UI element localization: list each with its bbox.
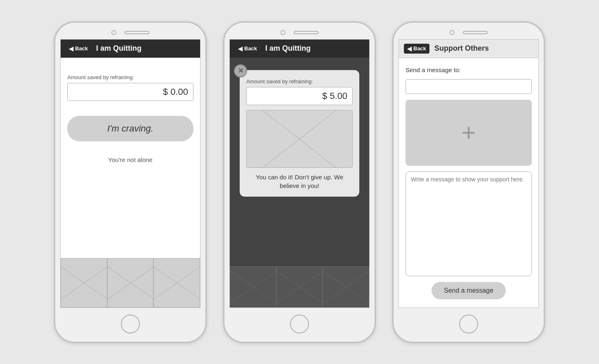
phone-2-home-button[interactable] [290,315,309,333]
phone-2-modal-close[interactable]: ✕ [234,64,247,77]
phone-2-frame: ◀ Back I am Quitting ✕ Amount saved b [223,21,376,343]
phone-1-navbar: ◀ Back I am Quitting [61,40,200,58]
phone-3-content: Send a message to: + Send a message [399,58,538,308]
phone-2-wireframe-cell-1 [230,266,276,308]
phone-2-modal-card: ✕ Amount saved by refraining: $ 5.00 [240,70,359,197]
phone-1-title: I am Quitting [96,44,141,53]
phone-3-bottom [394,308,544,342]
phone-1-back-arrow: ◀ [69,45,73,52]
phone-3-back-button[interactable]: ◀ Back [404,44,429,54]
phone-2-navbar: ◀ Back I am Quitting [230,40,369,58]
phone-2-back-label: Back [244,45,257,52]
phone-2-bg: ✕ Amount saved by refraining: $ 5.00 [230,58,369,308]
phone-1-back-label: Back [75,45,88,52]
phone-3-screen: ◀ Back Support Others Send a message to:… [399,39,539,308]
phone-2-back-arrow: ◀ [238,45,243,52]
phone-2-screen: ◀ Back I am Quitting ✕ Amount saved b [229,39,370,308]
phone-1-wireframe-cell-2 [107,258,154,308]
phone-1-top [55,23,205,39]
phone-3-back-label: Back [413,45,426,52]
phone-3-speaker [463,31,488,34]
phone-1-bottom [55,308,205,342]
phone-1-craving-button[interactable]: I'm craving. [67,116,193,141]
phone-3-back-arrow: ◀ [407,45,412,52]
phone-2-close-x: ✕ [238,67,243,75]
phone-3-navbar: ◀ Back Support Others [399,40,538,58]
phone-1-screen: ◀ Back I am Quitting Amount saved by ref… [60,39,200,308]
phone-1-amount-section: Amount saved by refraining: $ 0.00 [67,74,193,101]
phone-1-wireframe-cell-1 [61,258,107,308]
phone-1-back-button[interactable]: ◀ Back [66,44,91,54]
phone-3-home-button[interactable] [459,315,478,333]
phone-3-image-add-box[interactable]: + [406,100,532,166]
phone-3-frame: ◀ Back Support Others Send a message to:… [392,21,545,343]
phone-3-send-label: Send a message to: [406,66,532,73]
phone-3-plus-icon: + [461,120,476,145]
phone-2-wireframe-cell-3 [323,266,369,308]
phone-3-send-button[interactable]: Send a message [432,282,506,299]
phone-1-amount-label: Amount saved by refraining: [67,74,193,80]
phone-1-content: Amount saved by refraining: $ 0.00 I'm c… [61,58,200,258]
phone-2-camera [281,30,285,35]
phone-2-bottom [224,308,375,342]
phone-1: ◀ Back I am Quitting Amount saved by ref… [54,21,207,343]
phone-3-message-textarea[interactable] [406,171,532,276]
phone-3-send-input[interactable] [406,79,532,94]
phone-3-title: Support Others [434,44,489,53]
phone-1-amount-input[interactable]: $ 0.00 [67,83,193,101]
phone-2-wireframe-cell-2 [276,266,323,308]
phone-1-speaker [125,31,149,34]
phone-1-wireframe-cell-3 [153,258,200,308]
phone-2-modal-amount-label: Amount saved by refraining: [246,78,353,85]
phone-2-title: I am Quitting [265,44,311,53]
phone-2-image-placeholder [246,110,353,168]
phone-2-speaker [294,31,318,34]
phone-1-camera [111,30,116,35]
phone-2-modal-amount-value: $ 5.00 [322,91,347,101]
phone-2-wireframe-grid [230,266,369,308]
phone-2-modal-message: You can do it! Don't give up. We believe… [246,173,353,190]
phone-3: ◀ Back Support Others Send a message to:… [392,21,545,343]
phone-1-amount-value: $ 0.00 [163,87,188,97]
phone-2: ◀ Back I am Quitting ✕ Amount saved b [223,21,376,343]
phone-2-back-button[interactable]: ◀ Back [235,44,260,54]
phone-1-not-alone: You're not alone [67,156,193,163]
phone-1-wireframe-grid [61,258,200,308]
phone-3-top [394,23,544,39]
phone-2-bottom-area [230,266,369,308]
phone-1-home-button[interactable] [121,315,140,333]
phone-2-modal-amount-input[interactable]: $ 5.00 [246,87,353,105]
phone-3-camera [450,30,455,35]
phone-2-top [224,23,375,39]
phone-2-modal-amount-section: Amount saved by refraining: $ 5.00 [246,78,353,105]
phone-1-frame: ◀ Back I am Quitting Amount saved by ref… [54,21,207,343]
